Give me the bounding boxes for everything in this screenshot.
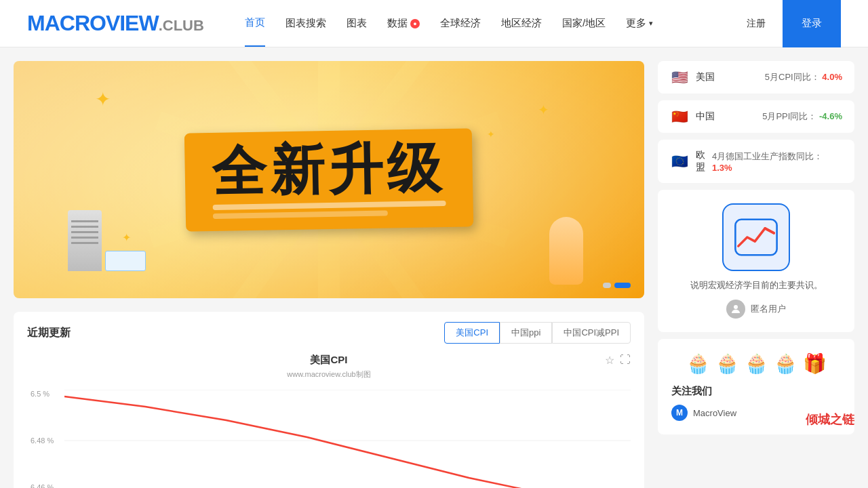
tab-china-ppi[interactable]: 中国ppi	[500, 322, 552, 344]
follow-title: 关注我们	[671, 385, 841, 398]
eraser-tip	[105, 251, 146, 271]
chart-wrapper: 6.5 % 6.48 % 6.46 %	[27, 390, 631, 488]
app-description: 说明宏观经济学目前的主要共识。	[690, 279, 823, 291]
stat-card-cn: 🇨🇳 中国 5月PPI同比： -4.6%	[658, 100, 854, 133]
stat-info-eu: 4月德国工业生产指数同比： 1.3%	[712, 150, 842, 173]
chevron-down-icon: ▾	[649, 19, 653, 28]
right-sidebar: 🇺🇸 美国 5月CPI同比： 4.0% 🇨🇳 中国 5月PPI同比： -4.6%…	[658, 61, 854, 488]
flag-eu: 🇪🇺	[670, 155, 689, 168]
banner-signboard: 全新升级	[184, 128, 473, 231]
star-icon-4: ✦	[487, 129, 495, 140]
main-layout: 全新升级 ✦ ✦ ✦ ✦	[0, 47, 868, 488]
chart-y-labels: 6.5 % 6.48 % 6.46 %	[27, 390, 57, 488]
recent-tabs: 美国CPI 中国ppi 中国CPI减PPI	[444, 322, 631, 344]
stat-value-cn: -4.6%	[819, 111, 842, 121]
cupcake-icon-2: 🧁	[715, 352, 739, 375]
banner-center-content: 全新升级	[185, 131, 473, 229]
country-cn[interactable]: 中国	[696, 110, 755, 123]
chart-area: ☆ ⛶ 美国CPI www.macroview.club制图 6.5 % 6.4…	[14, 344, 644, 488]
logo[interactable]: MACROVIEW . CLUB	[27, 11, 204, 36]
login-button[interactable]: 登录	[783, 0, 841, 47]
promo-text: 倾城之链	[806, 411, 854, 428]
cupcake-icon-1: 🧁	[686, 352, 710, 375]
gift-icon: 🎁	[803, 352, 827, 375]
country-eu[interactable]: 欧盟	[696, 149, 705, 174]
nav-item-more[interactable]: 更多 ▾	[626, 1, 653, 46]
nav-item-chart-search[interactable]: 图表搜索	[285, 1, 326, 46]
logo-main-text: MACROVIEW	[27, 11, 159, 36]
recent-title: 近期更新	[27, 326, 71, 340]
chart-title: 美国CPI	[27, 354, 631, 367]
user-avatar	[726, 300, 745, 319]
fullscreen-button[interactable]: ⛶	[620, 354, 631, 367]
dot-1[interactable]	[603, 283, 611, 288]
hand-illustration	[542, 217, 590, 298]
banner-bars	[213, 200, 446, 218]
stat-card-us: 🇺🇸 美国 5月CPI同比： 4.0%	[658, 61, 854, 94]
nav-item-data[interactable]: 数据 ●	[387, 1, 420, 46]
chart-app-icon-svg	[732, 214, 780, 261]
stat-info-cn: 5月PPI同比： -4.6%	[762, 110, 842, 123]
y-label-2: 6.48 %	[31, 436, 54, 445]
eraser-illustration	[68, 210, 146, 271]
chart-subtitle: www.macroview.club制图	[27, 369, 631, 380]
stat-info-us: 5月CPI同比： 4.0%	[765, 71, 842, 83]
y-label-3: 6.46 %	[31, 483, 54, 488]
flag-cn: 🇨🇳	[670, 110, 689, 123]
macroview-logo: M	[671, 405, 688, 421]
nav-item-home[interactable]: 首页	[245, 0, 265, 47]
y-label-1: 6.5 %	[31, 390, 54, 398]
tab-china-cpi-ppi[interactable]: 中国CPI减PPI	[552, 322, 631, 344]
svg-point-15	[734, 305, 738, 309]
star-icon-1: ✦	[95, 88, 111, 110]
logo-club-text: CLUB	[163, 17, 204, 35]
app-user-info: 匿名用户	[726, 300, 786, 319]
svg-rect-14	[735, 220, 776, 256]
header: MACROVIEW . CLUB 首页 图表搜索 图表 数据 ● 全球经济 地区…	[0, 0, 868, 47]
banner-main-text: 全新升级	[212, 141, 446, 199]
chart-actions: ☆ ⛶	[605, 354, 631, 367]
eraser-body	[68, 210, 102, 271]
dot-2-active[interactable]	[614, 283, 631, 288]
recent-section: 近期更新 美国CPI 中国ppi 中国CPI减PPI ☆ ⛶ 美国CPI www…	[14, 312, 644, 488]
data-badge: ●	[410, 19, 420, 28]
nav-item-regional-economy[interactable]: 地区经济	[501, 1, 542, 46]
cupcake-icon-3: 🧁	[745, 352, 768, 375]
star-icon-2: ✦	[538, 102, 549, 118]
banner-bar-1	[213, 200, 446, 209]
main-nav: 首页 图表搜索 图表 数据 ● 全球经济 地区经济 国家/地区 更多 ▾	[245, 0, 740, 47]
follow-icons-row: 🧁 🧁 🧁 🧁 🎁	[671, 352, 841, 375]
banner-bar-2	[213, 210, 388, 219]
stat-card-eu: 🇪🇺 欧盟 4月德国工业生产指数同比： 1.3%	[658, 140, 854, 183]
flag-us: 🇺🇸	[670, 70, 689, 84]
banner-pagination	[603, 283, 631, 288]
nav-item-charts[interactable]: 图表	[347, 1, 367, 46]
user-name: 匿名用户	[751, 303, 786, 315]
stat-value-us: 4.0%	[822, 72, 842, 82]
tab-us-cpi[interactable]: 美国CPI	[444, 322, 500, 344]
follow-card: 🧁 🧁 🧁 🧁 🎁 关注我们 M MacroView 倾城之链	[658, 339, 854, 434]
cupcake-icon-4: 🧁	[774, 352, 797, 375]
header-right: 注册 登录	[740, 0, 841, 47]
chart-line-svg	[64, 390, 631, 488]
user-icon	[730, 303, 742, 315]
app-icon	[722, 203, 790, 271]
stat-value-eu: 1.3%	[712, 163, 732, 173]
nav-item-country[interactable]: 国家/地区	[562, 1, 606, 46]
banner: 全新升级 ✦ ✦ ✦ ✦	[14, 61, 644, 298]
country-us[interactable]: 美国	[696, 71, 758, 83]
register-button[interactable]: 注册	[740, 14, 772, 34]
nav-item-global-economy[interactable]: 全球经济	[440, 1, 481, 46]
macroview-name: MacroView	[693, 408, 736, 418]
recent-header: 近期更新 美国CPI 中国ppi 中国CPI减PPI	[14, 312, 644, 344]
app-promo-card: 说明宏观经济学目前的主要共识。 匿名用户	[658, 190, 854, 332]
left-content: 全新升级 ✦ ✦ ✦ ✦	[14, 61, 644, 488]
star-button[interactable]: ☆	[605, 354, 614, 367]
